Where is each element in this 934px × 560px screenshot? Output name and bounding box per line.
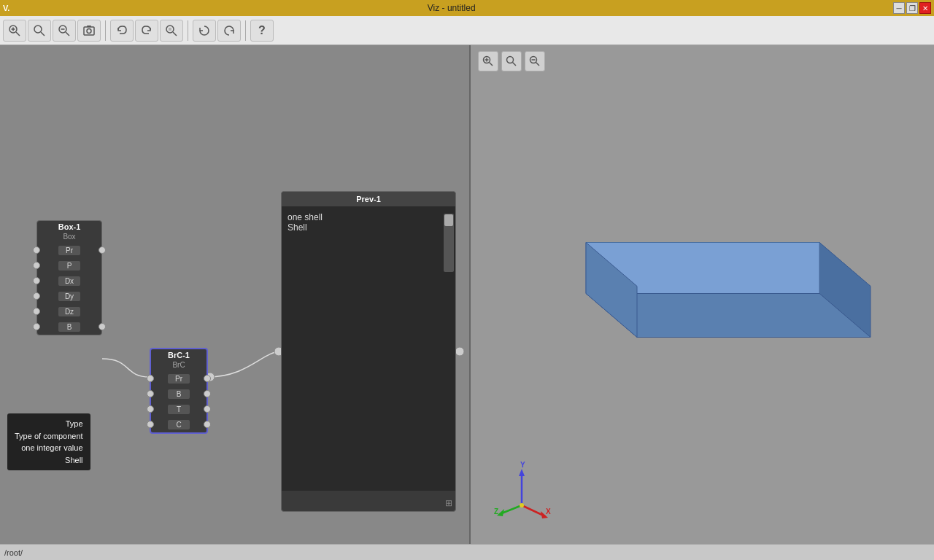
port-dot-left[interactable] — [147, 405, 154, 413]
tooltip-line2: one integer value — [15, 442, 83, 454]
port-dot-left[interactable] — [33, 277, 40, 284]
port-label: Pr — [168, 374, 190, 384]
svg-line-13 — [173, 32, 177, 36]
svg-line-26 — [536, 63, 540, 66]
sep3 — [245, 20, 246, 41]
window-title: Viz - untitled — [9, 3, 893, 13]
statusbar: /root/ — [0, 544, 934, 560]
tooltip-line1: Type of component — [15, 430, 83, 443]
restore-button[interactable]: ❐ — [906, 2, 918, 14]
zoom-sel-button[interactable] — [160, 20, 183, 42]
svg-point-10 — [87, 28, 91, 33]
port-dot-right[interactable] — [204, 405, 211, 413]
brc1-port-b: B — [151, 386, 207, 401]
box1-title: Box-1 — [37, 221, 101, 233]
box1-port-b: B — [37, 319, 101, 334]
port-dot-right-b[interactable] — [99, 323, 106, 330]
svg-line-8 — [66, 32, 69, 36]
titlebar: V. Viz - untitled ─ ❐ ✕ — [0, 0, 934, 16]
svg-text:Z: Z — [494, 508, 498, 516]
prev-resize-handle[interactable]: ⊞ — [445, 498, 452, 508]
port-dot-left[interactable] — [147, 375, 154, 382]
box1-port-dy: Dy — [37, 289, 101, 303]
view-panel[interactable]: Y X Z — [471, 45, 934, 544]
port-label: B — [168, 389, 190, 399]
svg-line-5 — [41, 32, 45, 36]
tooltip-title: Type — [15, 418, 83, 430]
main-toolbar: ? — [0, 16, 934, 45]
port-dot-right[interactable] — [204, 390, 211, 397]
port-dot-left[interactable] — [147, 421, 154, 428]
port-dot-left[interactable] — [33, 292, 40, 300]
box1-port-dx: Dx — [37, 273, 101, 288]
port-dot-left[interactable] — [33, 246, 40, 254]
svg-point-17 — [455, 347, 464, 356]
port-label: T — [168, 405, 190, 414]
redo-button[interactable] — [135, 20, 158, 42]
port-dot-right[interactable] — [204, 421, 211, 428]
svg-marker-33 — [519, 469, 525, 476]
svg-line-3 — [16, 32, 20, 36]
port-dot-right[interactable] — [204, 375, 211, 382]
prev1-line1: one shell — [287, 212, 449, 222]
brc1-node[interactable]: BrC-1 BrC Pr B T C — [150, 348, 208, 434]
svg-line-23 — [513, 63, 517, 66]
app-logo: V. — [3, 4, 9, 12]
svg-point-4 — [34, 26, 42, 33]
screenshot-button[interactable] — [77, 20, 101, 42]
axis-indicator: Y X Z — [493, 462, 551, 522]
port-label: P — [58, 261, 80, 271]
port-dot-left[interactable] — [33, 323, 40, 330]
port-dot-right[interactable] — [99, 246, 106, 254]
box1-port-pr: Pr — [37, 243, 101, 257]
sep2 — [188, 20, 188, 41]
brc1-port-t: T — [151, 402, 207, 416]
port-dot-left[interactable] — [33, 262, 40, 269]
minimize-button[interactable]: ─ — [893, 2, 905, 14]
prev1-content: one shell Shell — [282, 206, 455, 491]
undo-button[interactable] — [110, 20, 134, 42]
status-path: /root/ — [4, 548, 23, 557]
window-controls: ─ ❐ ✕ — [893, 2, 931, 14]
port-dot-left[interactable] — [33, 308, 40, 315]
prev-scrollthumb[interactable] — [444, 214, 453, 226]
node-panel[interactable]: Box-1 Box Pr P Dx Dy Dz — [0, 45, 471, 544]
box1-port-dz: Dz — [37, 304, 101, 319]
3d-box-svg — [513, 170, 892, 418]
port-label: Dy — [58, 292, 80, 301]
prev1-line2: Shell — [287, 222, 449, 233]
prev1-title: Prev-1 — [282, 192, 455, 206]
box1-type: Box — [37, 233, 101, 242]
brc1-port-c: C — [151, 417, 207, 432]
box1-node[interactable]: Box-1 Box Pr P Dx Dy Dz — [36, 220, 102, 335]
view-toolbar — [478, 51, 545, 71]
port-label: Pr — [58, 246, 80, 255]
tooltip-line3: Shell — [15, 454, 83, 467]
close-button[interactable]: ✕ — [919, 2, 931, 14]
port-dot-left[interactable] — [147, 390, 154, 397]
svg-point-22 — [507, 57, 514, 63]
view-zoom-fit-button[interactable] — [501, 51, 522, 71]
reload2-button[interactable] — [217, 20, 241, 42]
port-label: B — [58, 322, 80, 332]
view-zoom-in-button[interactable] — [478, 51, 498, 71]
reload1-button[interactable] — [193, 20, 216, 42]
zoom-button[interactable] — [28, 20, 51, 42]
port-label: C — [168, 420, 190, 429]
brc1-title: BrC-1 — [151, 349, 207, 361]
port-label: Dx — [58, 276, 80, 286]
view-zoom-out-button[interactable] — [525, 51, 545, 71]
help-button[interactable]: ? — [250, 20, 274, 42]
svg-rect-11 — [87, 26, 91, 27]
sep1 — [105, 20, 106, 41]
port-label: Dz — [58, 307, 80, 316]
svg-text:X: X — [546, 508, 551, 516]
zoom-remove-button[interactable] — [53, 20, 76, 42]
box1-port-p: P — [37, 258, 101, 273]
brc1-port-pr: Pr — [151, 371, 207, 386]
prev-scrollbar[interactable] — [444, 214, 454, 272]
brc1-type: BrC — [151, 361, 207, 370]
prev1-node[interactable]: Prev-1 one shell Shell ⊞ — [281, 191, 456, 512]
tooltip-box: Type Type of component one integer value… — [7, 413, 90, 470]
zoom-add-button[interactable] — [3, 20, 26, 42]
